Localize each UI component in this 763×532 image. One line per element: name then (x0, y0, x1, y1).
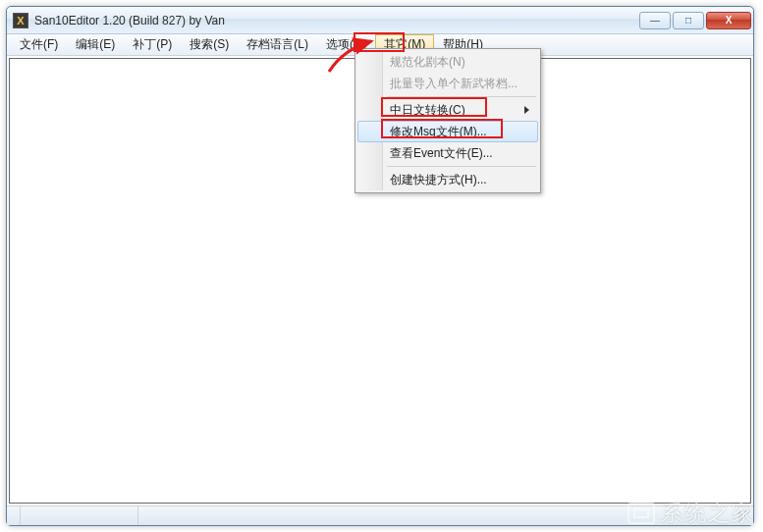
dropdown-separator (387, 96, 536, 97)
menu-other-dropdown: 规范化剧本(N) 批量导入单个新武将档... 中日文转换(C) 修改Msg文件(… (354, 48, 541, 193)
dropdown-item-shortcut[interactable]: 创建快捷方式(H)... (357, 169, 538, 190)
dropdown-item-label: 中日文转换(C) (390, 102, 465, 119)
menu-patch[interactable]: 补丁(P) (124, 34, 181, 55)
app-icon: X (13, 13, 28, 28)
dropdown-item-cjconvert[interactable]: 中日文转换(C) (357, 99, 538, 121)
dropdown-item-editmsg[interactable]: 修改Msg文件(M)... (357, 121, 538, 142)
close-button[interactable]: X (706, 12, 751, 29)
window-title: San10Editor 1.20 (Build 827) by Van (34, 14, 637, 27)
maximize-button[interactable]: □ (673, 12, 704, 29)
dropdown-item-viewevent[interactable]: 查看Event文件(E)... (357, 142, 538, 164)
menu-search[interactable]: 搜索(S) (181, 34, 238, 55)
statusbar-cell (7, 506, 21, 525)
statusbar (7, 505, 753, 525)
statusbar-cell (138, 506, 753, 525)
statusbar-cell (21, 506, 138, 525)
menu-lang[interactable]: 存档语言(L) (238, 34, 317, 55)
dropdown-item-normalize: 规范化剧本(N) (357, 51, 538, 73)
chevron-right-icon (524, 106, 529, 114)
dropdown-separator (387, 166, 536, 167)
resize-grip[interactable] (738, 510, 750, 522)
titlebar[interactable]: X San10Editor 1.20 (Build 827) by Van — … (7, 7, 753, 34)
minimize-button[interactable]: — (639, 12, 671, 29)
window-controls: — □ X (637, 12, 751, 29)
dropdown-item-batchimport: 批量导入单个新武将档... (357, 73, 538, 94)
menu-edit[interactable]: 编辑(E) (67, 34, 124, 55)
menu-file[interactable]: 文件(F) (11, 34, 67, 55)
